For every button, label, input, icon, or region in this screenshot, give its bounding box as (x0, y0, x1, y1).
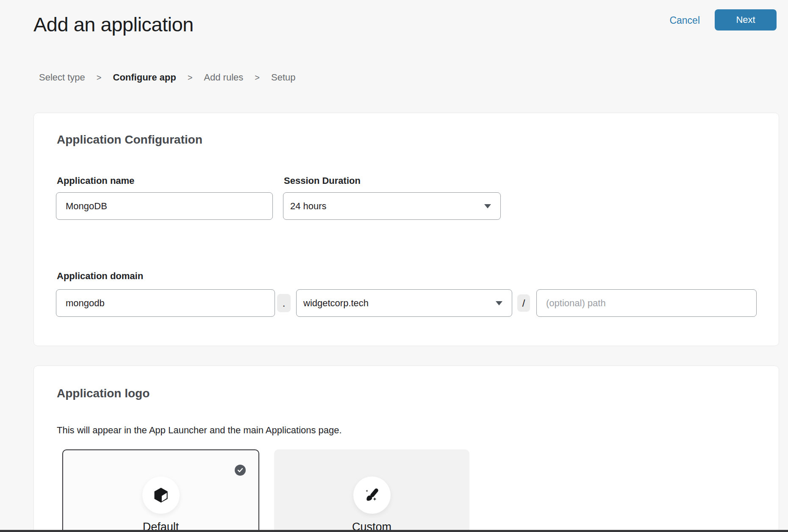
default-logo-circle (142, 477, 180, 514)
screen-bottom-edge (0, 530, 788, 532)
page-title: Add an application (33, 13, 194, 36)
session-duration-value: 24 hours (290, 201, 327, 212)
domain-select-value: widgetcorp.tech (303, 298, 369, 309)
application-name-input[interactable] (56, 192, 273, 220)
slash-separator: / (517, 294, 530, 312)
session-duration-label: Session Duration (284, 175, 361, 186)
cancel-link[interactable]: Cancel (669, 15, 700, 26)
domain-select[interactable]: widgetcorp.tech (296, 289, 512, 317)
breadcrumb-separator: > (188, 73, 193, 83)
breadcrumb: Select type > Configure app > Add rules … (39, 72, 295, 83)
application-name-label: Application name (57, 175, 134, 186)
dot-separator: . (277, 294, 291, 312)
subdomain-input[interactable] (56, 289, 275, 317)
breadcrumb-separator: > (255, 73, 260, 83)
paintbrush-icon (363, 486, 381, 504)
logo-option-custom[interactable]: Custom (274, 449, 469, 532)
application-logo-heading: Application logo (57, 387, 150, 400)
chevron-down-icon (484, 204, 491, 208)
check-icon (237, 468, 243, 473)
chevron-down-icon (496, 301, 502, 305)
application-configuration-heading: Application Configuration (57, 133, 203, 147)
application-domain-label: Application domain (57, 271, 143, 282)
cube-icon (152, 485, 170, 505)
logo-option-default[interactable]: Default (62, 449, 259, 532)
path-input[interactable] (536, 289, 757, 317)
selected-check-badge (235, 465, 246, 476)
custom-logo-circle (353, 477, 391, 514)
breadcrumb-step-configure-app[interactable]: Configure app (113, 72, 176, 83)
breadcrumb-step-add-rules[interactable]: Add rules (204, 72, 243, 83)
breadcrumb-separator: > (97, 73, 102, 83)
breadcrumb-step-select-type[interactable]: Select type (39, 72, 85, 83)
session-duration-select[interactable]: 24 hours (283, 192, 501, 220)
breadcrumb-step-setup[interactable]: Setup (271, 72, 296, 83)
application-logo-card: Application logo This will appear in the… (33, 366, 779, 532)
application-logo-description: This will appear in the App Launcher and… (57, 425, 342, 436)
application-configuration-card: Application Configuration Application na… (33, 113, 779, 346)
next-button[interactable]: Next (715, 9, 777, 30)
